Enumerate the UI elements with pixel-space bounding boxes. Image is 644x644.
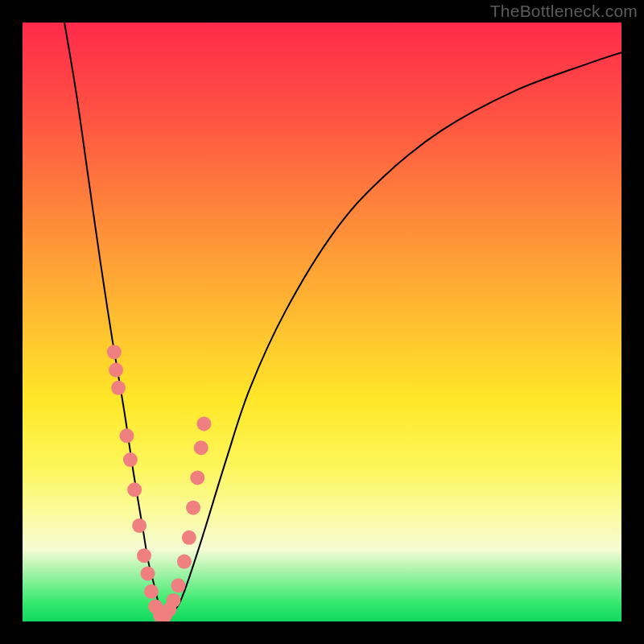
highlight-marker (119, 428, 134, 443)
highlight-marker (137, 548, 151, 563)
highlight-marker (123, 452, 138, 467)
bottleneck-curve (64, 23, 621, 616)
highlight-marker (182, 530, 196, 545)
highlight-marker (194, 440, 208, 455)
highlight-marker (109, 363, 123, 378)
highlight-marker (190, 470, 204, 485)
chart-svg (23, 23, 621, 621)
highlight-marker (196, 416, 211, 431)
highlight-marker (107, 345, 122, 359)
highlight-marker (111, 381, 126, 395)
highlight-marker (171, 578, 185, 592)
highlight-marker (166, 593, 180, 608)
highlight-marker (141, 566, 155, 580)
watermark-text: TheBottleneck.com (490, 2, 638, 21)
highlight-marker (177, 555, 192, 569)
highlight-marker (186, 501, 200, 515)
highlight-marker (144, 584, 159, 599)
chart-frame: TheBottleneck.com (0, 0, 644, 644)
highlight-marker (132, 518, 147, 533)
plot-area (23, 23, 621, 621)
highlight-marker (127, 482, 142, 497)
